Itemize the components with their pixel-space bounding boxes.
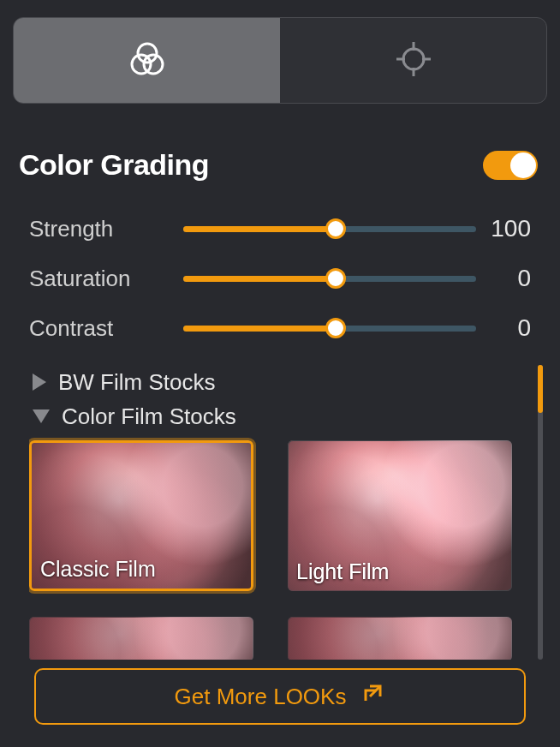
slider-value: 0	[476, 265, 531, 292]
slider-value: 0	[476, 314, 531, 342]
slider-label: Contrast	[29, 315, 183, 342]
slider-track[interactable]	[183, 266, 476, 291]
preset-label: Light Film	[296, 559, 389, 584]
svg-point-0	[138, 44, 157, 63]
preset-classic-film[interactable]: Classic Film	[29, 440, 253, 591]
slider-track[interactable]	[183, 216, 476, 242]
preset-grid: Classic Film Light Film	[29, 440, 543, 591]
slider-value: 100	[476, 215, 531, 242]
top-tab-bar	[13, 17, 547, 104]
tab-target[interactable]	[280, 18, 546, 103]
slider-strength: Strength 100	[29, 204, 531, 254]
chevron-down-icon	[33, 409, 50, 423]
slider-track[interactable]	[183, 315, 476, 341]
preset-light-film[interactable]: Light Film	[288, 440, 512, 591]
slider-label: Saturation	[29, 266, 183, 292]
preset-grid-row-2	[29, 617, 543, 660]
scrollbar-thumb[interactable]	[538, 365, 543, 413]
toggle-knob	[510, 152, 536, 178]
preset-label: Classic Film	[40, 557, 156, 582]
tab-color-grading[interactable]	[14, 18, 280, 103]
category-bw-film-stocks[interactable]: BW Film Stocks	[29, 365, 543, 399]
target-icon	[393, 39, 434, 83]
svg-point-2	[144, 55, 163, 74]
preset-item[interactable]	[288, 617, 512, 660]
slider-contrast: Contrast 0	[29, 303, 531, 353]
chevron-right-icon	[33, 374, 46, 391]
slider-saturation: Saturation 0	[29, 254, 531, 303]
external-link-icon	[360, 681, 385, 713]
section-title: Color Grading	[19, 148, 209, 182]
preset-item[interactable]	[29, 617, 253, 660]
slider-label: Strength	[29, 216, 183, 242]
venn-icon	[127, 39, 168, 83]
scrollbar[interactable]	[538, 365, 543, 660]
category-color-film-stocks[interactable]: Color Film Stocks	[29, 399, 543, 433]
preset-area: BW Film Stocks Color Film Stocks Classic…	[29, 365, 543, 660]
section-header: Color Grading	[0, 104, 560, 182]
get-more-looks-button[interactable]: Get More LOOKs	[34, 668, 526, 725]
sliders-group: Strength 100 Saturation 0 Contrast 0	[0, 182, 560, 353]
enable-toggle[interactable]	[483, 151, 538, 180]
cta-label: Get More LOOKs	[175, 684, 347, 710]
svg-point-3	[403, 49, 424, 69]
category-label: Color Film Stocks	[62, 403, 236, 430]
category-label: BW Film Stocks	[58, 369, 215, 396]
